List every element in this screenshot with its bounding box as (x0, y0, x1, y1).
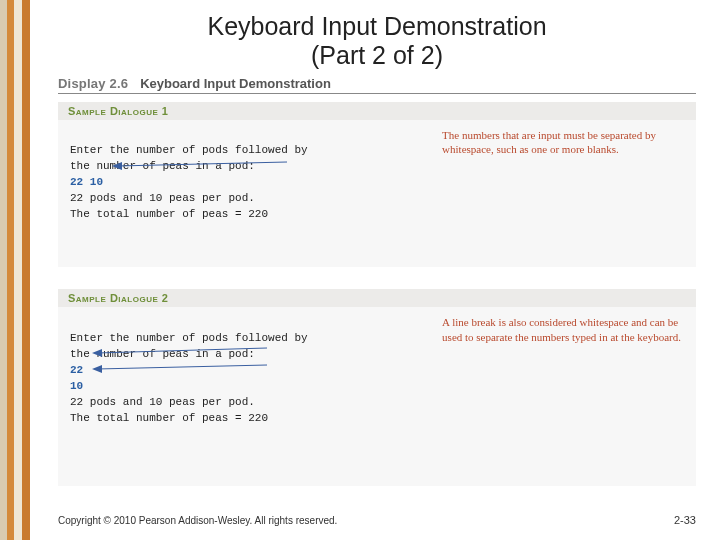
sample-dialogue-2: Sample Dialogue 2 Enter the number of po… (58, 289, 696, 486)
display-header: Display 2.6 Keyboard Input Demonstration (58, 76, 696, 94)
sample2-code: Enter the number of pods followed by the… (70, 315, 426, 474)
slide-title: Keyboard Input Demonstration (Part 2 of … (58, 12, 696, 70)
arrow-icon (92, 362, 272, 376)
page-number: 2-33 (674, 514, 696, 526)
sample-heading: Sample Dialogue 2 (58, 289, 696, 307)
sample1-code: Enter the number of pods followed by the… (70, 128, 426, 256)
decorative-spine (0, 0, 30, 540)
sample2-annotation: A line break is also considered whitespa… (426, 315, 684, 474)
display-title: Keyboard Input Demonstration (140, 76, 331, 91)
copyright-footer: Copyright © 2010 Pearson Addison-Wesley.… (58, 515, 337, 526)
svg-line-4 (97, 365, 267, 369)
slide-content: Keyboard Input Demonstration (Part 2 of … (30, 0, 720, 540)
svg-marker-5 (92, 365, 102, 373)
sample1-annotation: The numbers that are input must be separ… (426, 128, 684, 256)
display-label: Display 2.6 (58, 76, 128, 91)
sample-heading: Sample Dialogue 1 (58, 102, 696, 120)
title-line-2: (Part 2 of 2) (311, 41, 443, 69)
title-line-1: Keyboard Input Demonstration (207, 12, 546, 40)
sample-dialogue-1: Sample Dialogue 1 Enter the number of po… (58, 102, 696, 268)
